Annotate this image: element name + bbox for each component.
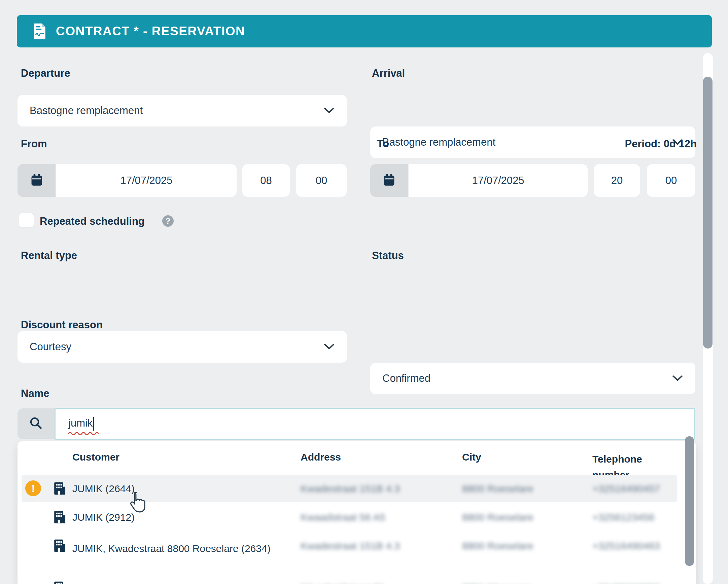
rental-type-value: Courtesy — [30, 341, 71, 353]
customer-name: JUMIK (2912) — [72, 512, 135, 523]
column-header-address: Address — [301, 451, 341, 463]
status-value: Confirmed — [382, 372, 431, 384]
from-hour-value: 08 — [260, 175, 271, 187]
to-calendar-button[interactable] — [370, 164, 408, 197]
from-hour-field[interactable]: 08 — [242, 164, 290, 197]
customer-phone: +3256123456 — [592, 512, 654, 523]
status-select[interactable]: Confirmed — [370, 363, 695, 394]
customer-city: 8791 Waregem — [462, 582, 531, 584]
customer-address: Kwadestraat 151B 4.3 — [301, 483, 400, 495]
departure-value: Bastogne remplacement — [30, 105, 143, 117]
help-icon[interactable]: ? — [162, 215, 174, 227]
rental-type-select[interactable]: Courtesy — [18, 331, 347, 363]
period-text: Period: 0d 12h — [621, 138, 697, 150]
arrival-label: Arrival — [372, 67, 405, 79]
company-building-icon — [53, 538, 66, 554]
dropdown-scrollbar-thumb[interactable] — [685, 436, 694, 566]
table-row[interactable]: JUMIK, Kwadestraat 8800 Roeselare (2634)… — [22, 532, 677, 574]
to-hour-field[interactable]: 20 — [594, 164, 640, 197]
customer-name: BOSS Paints (2935) — [72, 582, 163, 584]
customer-address: Kwadestraat 151B 4.3 — [301, 540, 400, 552]
page-scrollbar-thumb[interactable] — [703, 77, 712, 348]
company-building-icon — [53, 581, 66, 584]
page-title: CONTRACT * - RESERVATION — [56, 24, 245, 38]
rental-type-label: Rental type — [21, 249, 77, 262]
from-minute-value: 00 — [316, 175, 327, 187]
column-header-customer: Customer — [72, 451, 120, 463]
contract-document-icon — [32, 23, 47, 40]
to-date-value: 17/07/2025 — [472, 175, 524, 187]
from-date-value: 17/07/2025 — [120, 175, 172, 187]
from-label: From — [21, 138, 47, 150]
departure-select[interactable]: Bastogne remplacement — [18, 95, 347, 127]
calendar-icon — [383, 174, 395, 188]
customer-city: 8800 Roeselare — [462, 483, 534, 495]
contract-reservation-header: CONTRACT * - RESERVATION — [17, 15, 712, 48]
from-date-field[interactable]: 17/07/2025 — [56, 164, 237, 197]
customer-address: Nijverheidstraat 81 — [301, 582, 385, 584]
customer-name: JUMIK, Kwadestraat 8800 Roeselare (2634) — [72, 540, 274, 557]
warning-icon: ! — [25, 480, 41, 496]
table-row[interactable]: ! JUMIK (2644) Kwadestraat 151B 4.3 8800… — [22, 475, 677, 502]
departure-label: Departure — [21, 67, 70, 79]
status-label: Status — [372, 249, 404, 262]
chevron-down-icon — [672, 372, 683, 384]
repeated-scheduling-checkbox[interactable] — [19, 213, 34, 228]
customer-name: JUMIK (2644) — [72, 483, 135, 495]
table-row[interactable]: JUMIK (2912) Kwaadstraat 56 A5 8800 Roes… — [22, 504, 677, 531]
customer-phone: +32516490463 — [592, 540, 660, 552]
name-label: Name — [21, 388, 49, 400]
to-label: To — [377, 138, 389, 150]
from-calendar-button[interactable] — [18, 164, 55, 197]
name-search-input[interactable]: jumik — [54, 408, 695, 440]
search-icon — [29, 416, 43, 432]
search-query-text: jumik — [68, 417, 94, 431]
column-header-city: City — [462, 451, 481, 463]
hand-cursor-icon — [127, 490, 148, 515]
customer-phone: +32516490457 — [592, 483, 660, 495]
customer-results-dropdown: Customer Address City Telephone number !… — [18, 441, 696, 584]
arrival-value: Bastogne remplacement — [382, 136, 495, 148]
calendar-icon — [31, 174, 43, 188]
to-date-field[interactable]: 17/07/2025 — [409, 164, 588, 197]
spellcheck-squiggle — [68, 431, 99, 435]
chevron-down-icon — [323, 341, 335, 353]
table-row[interactable]: BOSS Paints (2935) Nijverheidstraat 81 8… — [22, 576, 677, 584]
chevron-down-icon — [323, 105, 335, 117]
company-building-icon — [53, 510, 66, 526]
to-hour-value: 20 — [611, 175, 623, 187]
customer-address: Kwaadstraat 56 A5 — [301, 512, 385, 523]
repeated-scheduling-label: Repeated scheduling — [40, 215, 145, 228]
to-minute-field[interactable]: 00 — [647, 164, 695, 197]
text-caret — [93, 417, 94, 431]
customer-city: 8800 Roeselare — [462, 540, 534, 552]
to-minute-value: 00 — [666, 175, 677, 187]
discount-reason-label: Discount reason — [21, 319, 103, 331]
from-minute-field[interactable]: 00 — [296, 164, 347, 197]
customer-city: 8800 Roeselare — [462, 512, 534, 523]
company-building-icon — [53, 481, 66, 497]
search-icon-button[interactable] — [18, 408, 54, 439]
customer-phone: +32476292959 — [592, 582, 660, 584]
